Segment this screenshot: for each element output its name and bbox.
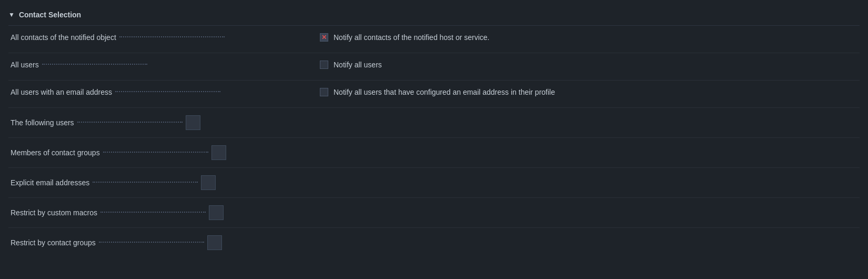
form-row-restrict-custom-macros: Restrict by custom macros bbox=[8, 198, 860, 228]
label-text-all-users: All users bbox=[11, 61, 39, 69]
sub-widget-following-users[interactable] bbox=[186, 115, 200, 130]
label-cell-restrict-custom-macros: Restrict by custom macros bbox=[8, 198, 314, 227]
dots-all-users-email bbox=[115, 91, 220, 92]
description-all-contacts: Notify all contacts of the notified host… bbox=[334, 33, 489, 42]
label-cell-all-users: All users bbox=[8, 53, 314, 76]
sub-widget-restrict-contact-groups[interactable] bbox=[207, 235, 222, 250]
description-all-users: Notify all users bbox=[334, 61, 382, 69]
dots-restrict-custom-macros bbox=[100, 212, 206, 213]
dots-members-contact-groups bbox=[103, 152, 208, 153]
label-text-all-users-email: All users with an email address bbox=[11, 88, 112, 96]
sub-widget-explicit-email[interactable] bbox=[201, 175, 216, 190]
label-cell-explicit-email: Explicit email addresses bbox=[8, 168, 314, 197]
checkbox-x-icon: ✕ bbox=[321, 34, 327, 41]
collapse-icon[interactable]: ▼ bbox=[8, 11, 15, 18]
label-text-all-contacts: All contacts of the notified object bbox=[11, 33, 116, 42]
form-row-all-users-email: All users with an email addressNotify al… bbox=[8, 81, 860, 108]
sub-widget-members-contact-groups[interactable] bbox=[211, 145, 226, 160]
label-cell-all-contacts: All contacts of the notified object bbox=[8, 26, 314, 49]
form-row-members-contact-groups: Members of contact groups bbox=[8, 138, 860, 168]
label-text-explicit-email: Explicit email addresses bbox=[11, 178, 89, 187]
description-all-users-email: Notify all users that have configured an… bbox=[334, 88, 555, 96]
label-cell-members-contact-groups: Members of contact groups bbox=[8, 138, 314, 167]
label-text-following-users: The following users bbox=[11, 118, 74, 127]
contact-selection-panel: ▼ Contact Selection All contacts of the … bbox=[0, 0, 868, 264]
dots-restrict-contact-groups bbox=[99, 242, 204, 243]
label-text-restrict-custom-macros: Restrict by custom macros bbox=[11, 208, 97, 217]
form-rows-container: All contacts of the notified object✕Noti… bbox=[8, 26, 860, 257]
checkbox-all-users-email[interactable] bbox=[320, 88, 328, 96]
form-row-following-users: The following users bbox=[8, 108, 860, 138]
label-text-restrict-contact-groups: Restrict by contact groups bbox=[11, 238, 96, 247]
sub-widget-restrict-custom-macros[interactable] bbox=[209, 205, 224, 220]
checkbox-all-users[interactable] bbox=[320, 61, 328, 69]
dots-explicit-email bbox=[93, 182, 198, 183]
checkbox-all-contacts[interactable]: ✕ bbox=[320, 33, 328, 42]
form-row-explicit-email: Explicit email addresses bbox=[8, 168, 860, 198]
label-cell-restrict-contact-groups: Restrict by contact groups bbox=[8, 228, 314, 257]
form-row-restrict-contact-groups: Restrict by contact groups bbox=[8, 228, 860, 257]
dots-all-users bbox=[42, 64, 147, 65]
section-title: Contact Selection bbox=[19, 11, 81, 19]
label-text-members-contact-groups: Members of contact groups bbox=[11, 148, 100, 157]
label-cell-all-users-email: All users with an email address bbox=[8, 81, 314, 104]
dots-following-users bbox=[77, 122, 183, 123]
section-header: ▼ Contact Selection bbox=[8, 6, 860, 26]
label-cell-following-users: The following users bbox=[8, 108, 314, 137]
form-row-all-contacts: All contacts of the notified object✕Noti… bbox=[8, 26, 860, 53]
value-cell-all-contacts: ✕Notify all contacts of the notified hos… bbox=[314, 26, 860, 49]
form-row-all-users: All usersNotify all users bbox=[8, 53, 860, 81]
dots-all-contacts bbox=[119, 36, 225, 37]
value-cell-all-users: Notify all users bbox=[314, 53, 860, 76]
value-cell-all-users-email: Notify all users that have configured an… bbox=[314, 81, 860, 104]
